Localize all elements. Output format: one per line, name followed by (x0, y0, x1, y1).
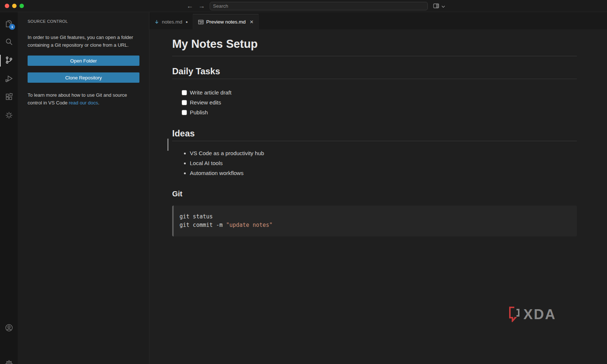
tab-label: Preview notes.md (206, 19, 246, 25)
ideas-heading: Ideas (172, 128, 577, 141)
task-label: Review edits (190, 99, 221, 106)
tab-label: notes.md (162, 19, 182, 25)
gear-icon (4, 359, 14, 364)
activity-explorer-button[interactable]: 1 (0, 15, 18, 33)
search-icon (4, 37, 14, 48)
activity-sparkle-extension-button[interactable] (0, 107, 18, 125)
search-input[interactable] (210, 2, 428, 10)
task-checkbox[interactable] (182, 110, 187, 115)
xda-logo-icon (507, 305, 520, 324)
forward-button[interactable]: → (197, 1, 206, 11)
close-window-button[interactable] (5, 4, 9, 8)
minimize-window-button[interactable] (12, 4, 17, 8)
account-button[interactable] (0, 319, 18, 338)
xda-watermark: XDA (507, 305, 556, 324)
activity-run-debug-button[interactable] (0, 70, 18, 88)
modified-dot-icon: ● (186, 20, 188, 24)
clone-repository-button[interactable]: Clone Repository (28, 72, 139, 83)
code-string: "update notes" (226, 222, 272, 228)
task-label: Publish (190, 109, 208, 115)
source-control-sidebar: SOURCE CONTROL In order to use Git featu… (18, 12, 149, 364)
preview-title-heading: My Notes Setup (172, 37, 577, 56)
task-item: Write article draft (182, 88, 577, 97)
markdown-preview-icon (198, 19, 204, 25)
task-label: Write article draft (190, 89, 231, 96)
code-line: git status (180, 213, 213, 220)
activity-source-control-button[interactable] (0, 51, 18, 70)
list-item: Automation workflows (190, 168, 577, 178)
titlebar: ← → (0, 0, 607, 12)
activity-bar: 1 (0, 12, 18, 364)
docs-text-after: . (98, 100, 100, 106)
sparkle-burst-icon (4, 111, 14, 121)
explorer-badge: 1 (9, 24, 15, 30)
editor-group: notes.md ● Preview notes.md × (149, 12, 607, 364)
activity-search-button[interactable] (0, 33, 18, 51)
traffic-lights (5, 4, 24, 8)
tab-bar: notes.md ● Preview notes.md × (149, 12, 607, 29)
account-person-icon (4, 323, 14, 334)
open-folder-button[interactable]: Open Folder (28, 56, 139, 66)
code-block: git status git commit -m "update notes" (172, 206, 577, 236)
chevron-down-icon (441, 4, 445, 9)
layout-icon (433, 3, 440, 10)
task-checkbox[interactable] (182, 90, 187, 95)
settings-button[interactable] (0, 355, 18, 364)
list-item: Local AI tools (190, 158, 577, 168)
task-item: Publish (182, 107, 577, 117)
code-line: git commit -m "update notes" (180, 222, 273, 228)
markdown-file-icon (154, 19, 159, 25)
run-debug-icon (4, 74, 14, 85)
markdown-preview-pane: My Notes Setup Daily Tasks Write article… (149, 29, 607, 364)
git-intro-text: In order to use Git features, you can op… (28, 33, 139, 49)
task-checkbox[interactable] (182, 100, 187, 105)
read-our-docs-link[interactable]: read our docs (69, 100, 98, 106)
tab-notes-md[interactable]: notes.md ● (149, 14, 193, 29)
tab-preview-notes-md[interactable]: Preview notes.md × (193, 14, 259, 29)
task-list: Write article draft Review edits Publish (172, 88, 577, 117)
source-control-branch-icon (4, 56, 14, 66)
xda-logo-text: XDA (523, 307, 556, 321)
activity-extensions-button[interactable] (0, 88, 18, 107)
task-item: Review edits (182, 97, 577, 107)
ideas-list: VS Code as a productivity hub Local AI t… (172, 148, 577, 178)
daily-tasks-heading: Daily Tasks (172, 66, 577, 79)
scroll-sync-indicator (167, 139, 168, 151)
git-heading: Git (172, 189, 577, 199)
customize-layout-button[interactable] (433, 3, 440, 10)
docs-text: To learn more about how to use Git and s… (28, 91, 139, 107)
layout-dropdown-button[interactable] (441, 4, 445, 9)
list-item: VS Code as a productivity hub (190, 148, 577, 158)
code-command: git commit -m (180, 222, 226, 228)
maximize-window-button[interactable] (19, 4, 24, 8)
close-tab-icon[interactable]: × (250, 19, 253, 25)
extensions-icon (4, 92, 14, 103)
back-button[interactable]: ← (185, 1, 195, 11)
sidebar-title: SOURCE CONTROL (28, 19, 139, 24)
